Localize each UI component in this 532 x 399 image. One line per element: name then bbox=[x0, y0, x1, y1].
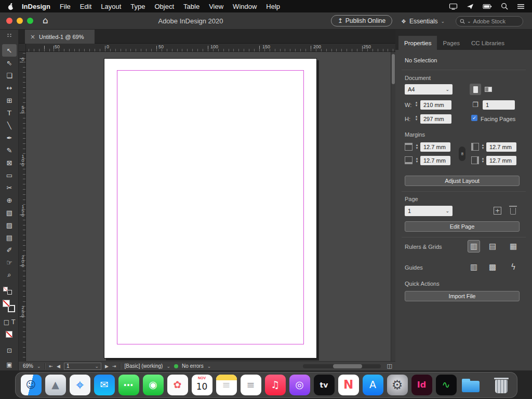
smart-guides-icon[interactable]: ϟ bbox=[507, 261, 520, 273]
search-icon[interactable] bbox=[501, 3, 508, 10]
formatting-affects-container-icon[interactable]: □ bbox=[4, 318, 9, 326]
folder[interactable] bbox=[460, 375, 481, 395]
app-store[interactable]: A bbox=[363, 375, 383, 395]
horizontal-ruler[interactable]: 50050100150200250 bbox=[26, 44, 395, 52]
rectangle-tool-icon[interactable]: ▭ bbox=[2, 169, 17, 181]
facetime[interactable]: ◉ bbox=[143, 375, 164, 395]
next-page-icon[interactable]: ▶ bbox=[105, 364, 109, 369]
news[interactable]: N bbox=[338, 375, 359, 395]
minimize-window-button[interactable] bbox=[17, 18, 23, 24]
portrait-orientation-button[interactable] bbox=[470, 84, 481, 95]
direct-selection-tool-icon[interactable]: ⇖ bbox=[2, 57, 17, 69]
outside-margin-stepper[interactable]: ▴▾ bbox=[481, 157, 485, 163]
width-stepper[interactable]: ▴▾ bbox=[414, 101, 419, 107]
link-margins-icon[interactable]: ∞ bbox=[459, 147, 466, 161]
panel-tab[interactable]: Pages bbox=[437, 36, 466, 50]
zoom-window-button[interactable] bbox=[27, 18, 33, 24]
photos[interactable]: ✿ bbox=[167, 375, 188, 395]
type-tool-icon[interactable]: T bbox=[2, 107, 17, 119]
gradient-swatch-tool-icon[interactable]: ▧ bbox=[2, 206, 17, 219]
apple-icon[interactable] bbox=[7, 3, 14, 10]
scissors-tool-icon[interactable]: ✂ bbox=[2, 181, 17, 194]
adobe-stock-search-field[interactable]: ⌄ Adobe Stock bbox=[456, 16, 523, 26]
messages[interactable]: … bbox=[118, 375, 139, 395]
import-file-button[interactable]: Import File bbox=[405, 291, 520, 301]
rectangle-frame-tool-icon[interactable]: ⊠ bbox=[2, 156, 17, 169]
notes[interactable]: ≡ bbox=[216, 375, 237, 395]
default-fill-stroke-icon[interactable] bbox=[3, 287, 16, 296]
height-field[interactable]: 297 mm bbox=[420, 114, 451, 124]
zoom-tool-icon[interactable]: ⌕ bbox=[2, 269, 17, 281]
last-page-icon[interactable]: ⇥ bbox=[112, 364, 116, 369]
panel-grip[interactable] bbox=[7, 33, 12, 37]
apply-none-swatch[interactable] bbox=[6, 331, 12, 338]
top-margin-field[interactable]: 12.7 mm bbox=[420, 142, 450, 152]
page-tool-icon[interactable]: ❏ bbox=[2, 69, 17, 82]
menubar-item[interactable]: Type bbox=[126, 3, 150, 10]
close-tab-icon[interactable]: × bbox=[30, 33, 35, 41]
trash[interactable] bbox=[491, 375, 512, 395]
reminders[interactable]: ≡ bbox=[241, 375, 261, 395]
facing-pages-checkbox[interactable]: ✓ bbox=[471, 115, 477, 121]
selection-tool-icon[interactable]: ↖ bbox=[2, 44, 17, 57]
pages-count-field[interactable]: 1 bbox=[483, 100, 515, 110]
indesign[interactable]: Id bbox=[411, 375, 432, 395]
first-page-icon[interactable]: ⇤ bbox=[49, 364, 54, 369]
preflight-status[interactable]: No errors bbox=[182, 363, 204, 369]
ruler-toggle-icon[interactable]: ▥ bbox=[468, 240, 480, 252]
battery-icon[interactable] bbox=[483, 4, 492, 9]
zoom-level[interactable]: 69% bbox=[23, 363, 33, 369]
workspace-switcher[interactable]: ❖ Essentials ⌄ bbox=[401, 18, 445, 25]
pasteboard[interactable] bbox=[26, 52, 391, 361]
pen-tool-icon[interactable]: ✒ bbox=[2, 131, 17, 144]
ruler-guides-icon[interactable]: ▩ bbox=[486, 261, 499, 273]
height-stepper[interactable]: ▴▾ bbox=[414, 115, 419, 121]
menubar-item[interactable]: View bbox=[204, 3, 228, 10]
podcasts[interactable]: ◎ bbox=[289, 375, 310, 395]
control-center-list-icon[interactable] bbox=[517, 4, 525, 9]
outside-margin-field[interactable]: 12.7 mm bbox=[486, 156, 516, 165]
screen-mode-icon[interactable]: ▣ bbox=[0, 361, 19, 368]
split-view-icon[interactable]: ◫ bbox=[387, 363, 392, 369]
inside-margin-field[interactable]: 12.7 mm bbox=[486, 142, 516, 152]
width-field[interactable]: 210 mm bbox=[420, 100, 451, 110]
zoom-chevron-icon[interactable]: ⌄ bbox=[37, 364, 41, 369]
finder[interactable]: ☺ bbox=[21, 375, 42, 395]
fill-stroke-swatches[interactable] bbox=[3, 300, 17, 314]
add-page-icon[interactable]: + bbox=[494, 207, 501, 215]
gap-tool-icon[interactable]: ↔ bbox=[2, 82, 17, 94]
tv[interactable]: tv bbox=[314, 375, 335, 395]
close-window-button[interactable] bbox=[6, 18, 12, 24]
home-icon[interactable]: ⌂ bbox=[43, 15, 48, 25]
document-grid-icon[interactable]: ▦ bbox=[507, 240, 520, 252]
previous-page-icon[interactable]: ◀ bbox=[57, 364, 60, 369]
document-page[interactable] bbox=[104, 58, 317, 358]
free-transform-tool-icon[interactable]: ⊕ bbox=[2, 194, 17, 206]
column-guides-icon[interactable]: ▥ bbox=[468, 261, 480, 273]
adjust-layout-button[interactable]: Adjust Layout bbox=[405, 176, 520, 186]
delete-page-trash-icon[interactable] bbox=[510, 208, 516, 215]
mail[interactable]: ✉ bbox=[94, 375, 115, 395]
vertical-ruler[interactable]: 050100150200250 bbox=[19, 52, 26, 361]
menubar-item[interactable]: File bbox=[55, 3, 75, 10]
baseline-grid-icon[interactable]: ▤ bbox=[486, 240, 499, 252]
menubar-item[interactable]: Window bbox=[228, 3, 261, 10]
horizontal-scrollbar[interactable] bbox=[303, 364, 381, 368]
menubar-item[interactable]: Object bbox=[150, 3, 179, 10]
ruler-origin-box[interactable] bbox=[19, 44, 26, 52]
horizontal-scrollbar-thumb[interactable] bbox=[333, 364, 362, 368]
menubar-item[interactable]: Table bbox=[179, 3, 204, 10]
bottom-margin-field[interactable]: 12.7 mm bbox=[420, 156, 450, 165]
vertical-scrollbar[interactable] bbox=[391, 52, 395, 361]
publish-online-button[interactable]: ↥ Publish Online bbox=[331, 15, 392, 26]
activity-monitor[interactable]: ∿ bbox=[436, 375, 457, 395]
line-tool-icon[interactable]: ╲ bbox=[2, 119, 17, 131]
gradient-feather-tool-icon[interactable]: ▨ bbox=[2, 219, 17, 231]
formatting-affects-text-icon[interactable]: T bbox=[11, 318, 15, 326]
pencil-tool-icon[interactable]: ✎ bbox=[2, 144, 17, 156]
hand-tool-icon[interactable]: ☞ bbox=[2, 256, 17, 269]
top-margin-stepper[interactable]: ▴▾ bbox=[415, 143, 419, 150]
menubar-item[interactable]: Layout bbox=[96, 3, 126, 10]
eyedropper-tool-icon[interactable]: ✐ bbox=[2, 244, 17, 256]
menubar-item[interactable]: Edit bbox=[75, 3, 96, 10]
